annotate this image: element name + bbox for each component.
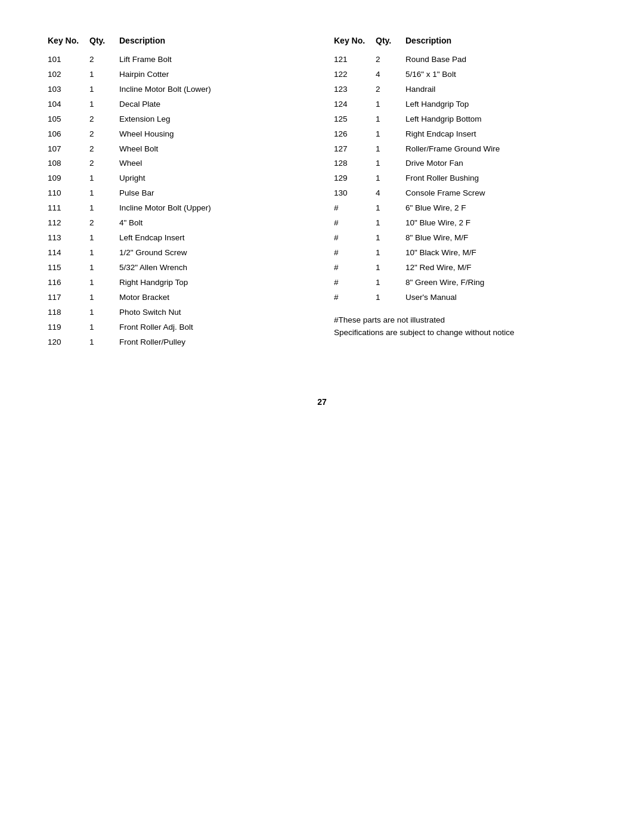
part-qty: 1 [376,217,405,230]
part-desc: 10" Blue Wire, 2 F [405,217,596,230]
table-row: # 1 10" Blue Wire, 2 F [334,216,596,231]
part-desc: Decal Plate [119,98,310,111]
part-qty: 1 [376,172,405,185]
table-row: 120 1 Front Roller/Pulley [48,335,310,350]
part-qty: 1 [89,292,119,304]
part-qty: 1 [376,98,405,111]
part-desc: Right Endcap Insert [405,128,596,141]
part-key: 117 [48,292,89,304]
left-column-header: Key No. Qty. Description [48,36,310,45]
part-key: 106 [48,128,89,141]
part-desc: 6" Blue Wire, 2 F [405,202,596,215]
part-qty: 2 [89,113,119,126]
part-key: 128 [334,157,376,170]
part-desc: Pulse Bar [119,187,310,200]
part-key: # [334,292,376,304]
part-desc: Upright [119,172,310,185]
right-parts-column: Key No. Qty. Description 121 2 Round Bas… [334,36,596,349]
part-qty: 1 [89,262,119,274]
part-qty: 2 [376,54,405,66]
part-key: 121 [334,54,376,66]
part-key: 123 [334,83,376,96]
part-qty: 1 [376,128,405,141]
table-row: 116 1 Right Handgrip Top [48,275,310,290]
part-key: 112 [48,217,89,230]
part-key: 113 [48,232,89,244]
table-row: 126 1 Right Endcap Insert [334,127,596,142]
table-row: 105 2 Extension Leg [48,112,310,127]
part-desc: Photo Switch Nut [119,306,310,319]
table-row: 110 1 Pulse Bar [48,186,310,201]
part-desc: 12" Red Wire, M/F [405,262,596,274]
part-key: 104 [48,98,89,111]
table-row: 121 2 Round Base Pad [334,52,596,67]
part-key: 107 [48,143,89,156]
part-qty: 1 [89,98,119,111]
table-row: 115 1 5/32" Allen Wrench [48,261,310,275]
table-row: 124 1 Left Handgrip Top [334,97,596,112]
table-row: 118 1 Photo Switch Nut [48,305,310,320]
table-row: # 1 8" Blue Wire, M/F [334,231,596,246]
part-desc: Wheel Housing [119,128,310,141]
left-parts-list: 101 2 Lift Frame Bolt 102 1 Hairpin Cott… [48,52,310,349]
table-row: # 1 User's Manual [334,290,596,305]
part-key: # [334,217,376,230]
table-row: 130 4 Console Frame Screw [334,186,596,201]
part-key: 116 [48,277,89,289]
right-header-keyno: Key No. [334,36,376,45]
part-desc: Front Roller Adj. Bolt [119,321,310,334]
part-desc: Extension Leg [119,113,310,126]
part-desc: Hairpin Cotter [119,69,310,81]
part-key: 101 [48,54,89,66]
part-qty: 2 [89,54,119,66]
part-qty: 1 [376,247,405,259]
part-desc: 5/16" x 1" Bolt [405,69,596,81]
table-row: 109 1 Upright [48,171,310,186]
part-desc: Wheel [119,157,310,170]
part-qty: 1 [376,277,405,289]
right-parts-list: 121 2 Round Base Pad 122 4 5/16" x 1" Bo… [334,52,596,305]
table-row: 101 2 Lift Frame Bolt [48,52,310,67]
table-row: 106 2 Wheel Housing [48,127,310,142]
footnotes: #These parts are not illustratedSpecific… [334,314,596,339]
part-key: 103 [48,83,89,96]
part-key: 124 [334,98,376,111]
part-qty: 2 [89,217,119,230]
table-row: 122 4 5/16" x 1" Bolt [334,67,596,82]
part-desc: Console Frame Screw [405,187,596,200]
part-desc: Wheel Bolt [119,143,310,156]
right-header-qty: Qty. [376,36,405,45]
part-key: 111 [48,202,89,215]
part-qty: 1 [89,306,119,319]
table-row: 104 1 Decal Plate [48,97,310,112]
part-key: # [334,247,376,259]
part-key: 127 [334,143,376,156]
part-desc: Drive Motor Fan [405,157,596,170]
part-desc: Left Handgrip Top [405,98,596,111]
part-key: 105 [48,113,89,126]
part-key: 118 [48,306,89,319]
part-key: 120 [48,336,89,349]
part-key: 130 [334,187,376,200]
right-column-header: Key No. Qty. Description [334,36,596,45]
table-row: 107 2 Wheel Bolt [48,142,310,157]
part-qty: 1 [376,202,405,215]
table-row: # 1 6" Blue Wire, 2 F [334,201,596,216]
part-desc: Front Roller/Pulley [119,336,310,349]
footnote-text: Specifications are subject to change wit… [334,326,596,339]
part-key: 115 [48,262,89,274]
part-qty: 2 [89,157,119,170]
part-qty: 1 [89,336,119,349]
page-number: 27 [48,397,596,407]
left-header-keyno: Key No. [48,36,89,45]
part-desc: Handrail [405,83,596,96]
table-row: 123 2 Handrail [334,82,596,97]
part-key: 114 [48,247,89,259]
part-qty: 1 [89,277,119,289]
left-header-desc: Description [119,36,310,45]
part-desc: 8" Green Wire, F/Ring [405,277,596,289]
part-qty: 1 [89,232,119,244]
part-key: 102 [48,69,89,81]
part-desc: 8" Blue Wire, M/F [405,232,596,244]
table-row: 113 1 Left Endcap Insert [48,231,310,246]
